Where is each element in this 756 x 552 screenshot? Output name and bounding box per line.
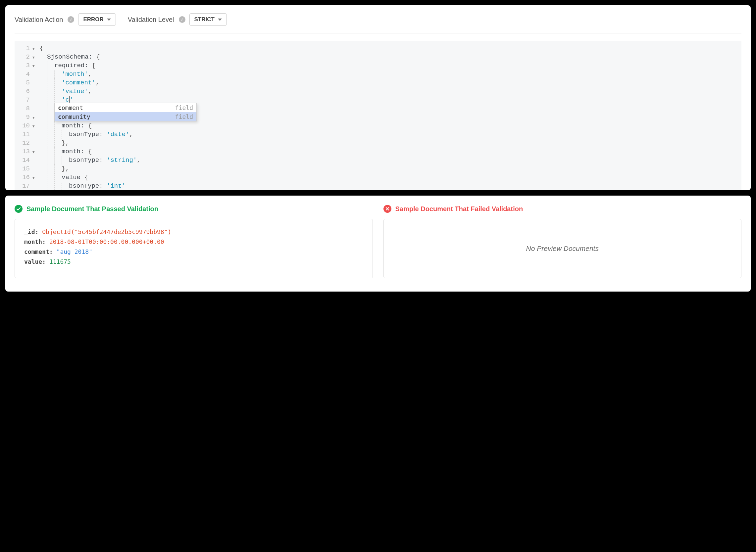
x-icon xyxy=(384,205,392,213)
code-content[interactable]: }, xyxy=(38,139,69,147)
code-content[interactable]: value { xyxy=(38,173,88,182)
line-number: 11 xyxy=(15,130,32,139)
line-number: 12 xyxy=(15,139,32,147)
doc-field-month: month: 2018-08-01T00:00:00.00.000+00.00 xyxy=(24,237,363,247)
chevron-down-icon xyxy=(218,18,222,21)
fold-toggle-icon[interactable] xyxy=(32,113,38,122)
passed-document-card: _id: ObjectId("5c45bf2447de2b5c9979bb98"… xyxy=(15,219,373,278)
fold-toggle-icon xyxy=(32,156,38,156)
validation-action-label: Validation Action xyxy=(15,16,63,23)
code-content[interactable]: bsonType: 'int' xyxy=(38,182,125,190)
line-number: 1 xyxy=(15,44,32,52)
fold-toggle-icon xyxy=(32,182,38,182)
schema-code-editor[interactable]: 1{2$jsonSchema: {3required: [4'month',5'… xyxy=(15,41,741,190)
code-content[interactable]: 'month', xyxy=(38,70,92,79)
code-content[interactable]: bsonType: 'date', xyxy=(38,130,133,139)
fold-toggle-icon xyxy=(32,164,38,165)
fold-toggle-icon xyxy=(32,79,38,79)
line-number: 2 xyxy=(15,52,32,61)
code-line[interactable]: 14bsonType: 'string', xyxy=(15,156,741,164)
fold-toggle-icon[interactable] xyxy=(32,61,38,71)
line-number: 14 xyxy=(15,156,32,164)
failed-empty-text: No Preview Documents xyxy=(526,244,599,254)
fold-toggle-icon[interactable] xyxy=(32,121,38,131)
fold-toggle-icon xyxy=(32,87,38,88)
code-line[interactable]: 2$jsonSchema: { xyxy=(15,52,741,61)
code-content[interactable]: month: { xyxy=(38,147,92,156)
validation-level-label: Validation Level xyxy=(128,16,174,23)
code-content[interactable]: 'value', xyxy=(38,87,92,96)
doc-field-comment: comment: "aug 2018" xyxy=(24,247,363,257)
line-number: 9 xyxy=(15,113,32,121)
code-line[interactable]: 4'month', xyxy=(15,70,741,79)
doc-field-value: value: 111675 xyxy=(24,257,363,267)
code-line[interactable]: 6'value', xyxy=(15,87,741,96)
line-number: 5 xyxy=(15,79,32,87)
code-content[interactable]: }, xyxy=(38,164,69,173)
check-icon xyxy=(15,205,22,213)
validation-results-panel: Sample Document That Passed Validation _… xyxy=(5,195,751,292)
code-line[interactable]: 16value { xyxy=(15,173,741,182)
line-number: 4 xyxy=(15,70,32,79)
line-number: 7 xyxy=(15,96,32,104)
info-icon[interactable]: i xyxy=(68,16,74,23)
code-content[interactable]: 'comment', xyxy=(38,79,99,87)
fold-toggle-icon[interactable] xyxy=(32,52,38,62)
fold-toggle-icon[interactable] xyxy=(32,44,38,53)
fold-toggle-icon xyxy=(32,139,38,139)
chevron-down-icon xyxy=(107,18,111,21)
validation-editor-panel: Validation Action i ERROR Validation Lev… xyxy=(5,5,751,190)
code-content[interactable]: bsonType: 'string', xyxy=(38,156,141,164)
line-number: 8 xyxy=(15,104,32,113)
validation-action-value: ERROR xyxy=(83,16,103,23)
line-number: 15 xyxy=(15,164,32,173)
failed-column: Sample Document That Failed Validation N… xyxy=(384,205,742,278)
validation-toolbar: Validation Action i ERROR Validation Lev… xyxy=(15,13,741,33)
code-line[interactable]: 12}, xyxy=(15,139,741,147)
code-line[interactable]: 3required: [ xyxy=(15,61,741,70)
fold-toggle-icon[interactable] xyxy=(32,147,38,156)
doc-field-id: _id: ObjectId("5c45bf2447de2b5c9979bb98"… xyxy=(24,227,363,237)
fold-toggle-icon[interactable] xyxy=(32,173,38,182)
passed-column: Sample Document That Passed Validation _… xyxy=(15,205,373,278)
failed-document-card: No Preview Documents xyxy=(384,219,742,278)
code-content[interactable]: $jsonSchema: { xyxy=(38,52,100,61)
failed-header: Sample Document That Failed Validation xyxy=(384,205,742,213)
code-line[interactable]: 11bsonType: 'date', xyxy=(15,130,741,139)
autocomplete-item[interactable]: communityfield xyxy=(55,112,196,121)
validation-action-select[interactable]: ERROR xyxy=(78,13,116,26)
fold-toggle-icon xyxy=(32,96,38,96)
autocomplete-popup[interactable]: commentfieldcommunityfield xyxy=(54,103,197,121)
passed-header: Sample Document That Passed Validation xyxy=(15,205,373,213)
code-line[interactable]: 13month: { xyxy=(15,147,741,156)
failed-title: Sample Document That Failed Validation xyxy=(395,205,523,213)
validation-level-value: STRICT xyxy=(194,16,215,23)
line-number: 13 xyxy=(15,147,32,156)
code-line[interactable]: 5'comment', xyxy=(15,79,741,87)
autocomplete-item[interactable]: commentfield xyxy=(55,103,196,112)
code-content[interactable]: required: [ xyxy=(38,61,96,70)
validation-level-select[interactable]: STRICT xyxy=(189,13,227,26)
line-number: 10 xyxy=(15,121,32,130)
fold-toggle-icon xyxy=(32,130,38,131)
code-content[interactable]: { xyxy=(38,44,43,52)
line-number: 17 xyxy=(15,182,32,190)
line-number: 16 xyxy=(15,173,32,182)
info-icon[interactable]: i xyxy=(179,16,186,23)
line-number: 6 xyxy=(15,87,32,96)
code-line[interactable]: 1{ xyxy=(15,44,741,52)
code-line[interactable]: 10month: { xyxy=(15,121,741,130)
code-content[interactable]: month: { xyxy=(38,121,92,130)
fold-toggle-icon xyxy=(32,70,38,71)
code-line[interactable]: 17bsonType: 'int' xyxy=(15,182,741,190)
fold-toggle-icon xyxy=(32,104,38,105)
passed-title: Sample Document That Passed Validation xyxy=(26,205,158,213)
code-line[interactable]: 15}, xyxy=(15,164,741,173)
line-number: 3 xyxy=(15,61,32,70)
